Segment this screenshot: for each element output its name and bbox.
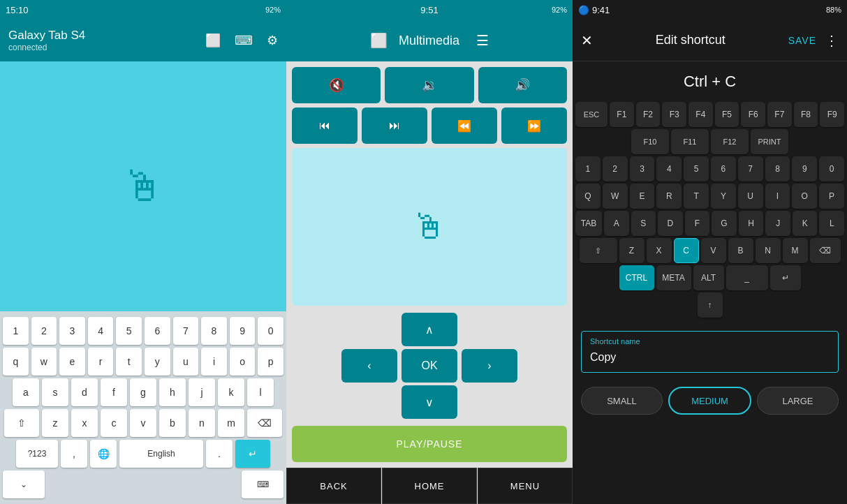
monitor-icon-mid[interactable]: ⬜: [370, 32, 388, 49]
kb-key-4[interactable]: 4: [88, 317, 114, 345]
kb-key-0[interactable]: 0: [258, 317, 283, 345]
sk-c[interactable]: C: [674, 238, 699, 263]
kb-key-5[interactable]: 5: [116, 317, 142, 345]
next-track-btn[interactable]: ⏭: [362, 108, 427, 144]
sk-9[interactable]: 9: [792, 156, 817, 181]
sk-m[interactable]: M: [783, 238, 808, 263]
sk-1[interactable]: 1: [575, 156, 601, 181]
sk-6[interactable]: 6: [711, 156, 736, 181]
dpad-ok-btn[interactable]: OK: [402, 349, 457, 383]
sk-b[interactable]: B: [728, 238, 753, 263]
monitor-icon[interactable]: ⬜: [205, 33, 221, 48]
sk-f10[interactable]: F10: [631, 129, 669, 154]
sk-f8[interactable]: F8: [794, 102, 818, 127]
playpause-btn[interactable]: PLAY/PAUSE: [292, 426, 567, 462]
kb-key-8[interactable]: 8: [201, 317, 227, 345]
sk-2[interactable]: 2: [603, 156, 628, 181]
menu-btn[interactable]: MENU: [478, 468, 573, 504]
kb-p[interactable]: p: [258, 348, 283, 376]
sk-k[interactable]: K: [793, 211, 818, 236]
size-large-btn[interactable]: LARGE: [757, 387, 839, 415]
sk-x[interactable]: X: [647, 238, 672, 263]
kb-key-1[interactable]: 1: [3, 317, 29, 345]
kb-q[interactable]: q: [3, 348, 29, 376]
sk-w[interactable]: W: [603, 184, 628, 209]
kb-s[interactable]: s: [42, 378, 68, 406]
sk-f7[interactable]: F7: [767, 102, 792, 127]
dpad-down-btn[interactable]: ∨: [402, 385, 457, 419]
sk-e[interactable]: E: [630, 184, 655, 209]
kb-b[interactable]: b: [159, 409, 186, 437]
sk-f3[interactable]: F3: [662, 102, 686, 127]
menu-icon-mid[interactable]: ☰: [476, 32, 489, 49]
kb-key-9[interactable]: 9: [230, 317, 256, 345]
sk-f9[interactable]: F9: [820, 102, 844, 127]
kb-key-7[interactable]: 7: [173, 317, 199, 345]
kb-key-6[interactable]: 6: [145, 317, 170, 345]
sk-f6[interactable]: F6: [741, 102, 765, 127]
sk-f11[interactable]: F11: [671, 129, 709, 154]
kb-r[interactable]: r: [88, 348, 114, 376]
kb-w[interactable]: w: [31, 348, 57, 376]
kb-key-2[interactable]: 2: [31, 317, 57, 345]
kb-symbols[interactable]: ?123: [16, 440, 58, 468]
settings-icon[interactable]: ⚙: [267, 33, 278, 48]
left-touchpad[interactable]: 🖱: [0, 61, 286, 311]
shortcut-name-input[interactable]: [590, 348, 830, 366]
kb-e[interactable]: e: [59, 348, 85, 376]
sk-space[interactable]: _: [726, 265, 768, 290]
vol-down-btn[interactable]: 🔉: [385, 67, 473, 103]
sk-4[interactable]: 4: [656, 156, 682, 181]
sk-ctrl[interactable]: CTRL: [619, 265, 654, 290]
keyboard-icon[interactable]: ⌨: [235, 33, 253, 48]
sk-o[interactable]: O: [792, 184, 817, 209]
touchpad-mid[interactable]: 🖱: [292, 148, 567, 306]
size-medium-btn[interactable]: MEDIUM: [668, 387, 751, 415]
kb-shift[interactable]: ⇧: [4, 409, 39, 437]
dpad-right-btn[interactable]: ›: [462, 349, 517, 383]
sk-v[interactable]: V: [701, 238, 726, 263]
kb-d[interactable]: d: [71, 378, 98, 406]
sk-s[interactable]: S: [631, 211, 656, 236]
sk-shift[interactable]: ⇧: [580, 238, 617, 263]
sk-alt[interactable]: ALT: [693, 265, 724, 290]
sk-esc[interactable]: ESC: [575, 102, 607, 127]
kb-j[interactable]: j: [189, 378, 215, 406]
sk-q[interactable]: Q: [575, 184, 601, 209]
more-options-icon[interactable]: ⋮: [825, 32, 839, 49]
kb-t[interactable]: t: [116, 348, 142, 376]
sk-meta[interactable]: META: [656, 265, 691, 290]
sk-f4[interactable]: F4: [688, 102, 713, 127]
kb-m[interactable]: m: [218, 409, 244, 437]
kb-language[interactable]: English: [119, 440, 203, 468]
sk-8[interactable]: 8: [765, 156, 790, 181]
dpad-left-btn[interactable]: ‹: [341, 349, 397, 383]
sk-p[interactable]: P: [819, 184, 844, 209]
kb-k[interactable]: k: [218, 378, 244, 406]
rewind-btn[interactable]: ⏪: [432, 108, 497, 144]
close-icon[interactable]: ✕: [581, 32, 593, 49]
sk-0[interactable]: 0: [819, 156, 844, 181]
vol-up-btn[interactable]: 🔊: [478, 67, 567, 103]
sk-7[interactable]: 7: [738, 156, 763, 181]
kb-globe[interactable]: 🌐: [90, 440, 117, 468]
vol-mute-btn[interactable]: 🔇: [292, 67, 381, 103]
kb-c[interactable]: c: [101, 409, 127, 437]
kb-period[interactable]: .: [206, 440, 233, 468]
sk-f5[interactable]: F5: [715, 102, 739, 127]
save-button[interactable]: SAVE: [788, 35, 816, 46]
kb-delete[interactable]: ⌫: [247, 409, 282, 437]
home-btn[interactable]: HOME: [382, 468, 477, 504]
sk-delete[interactable]: ⌫: [810, 238, 841, 263]
kb-z[interactable]: z: [42, 409, 68, 437]
sk-h[interactable]: H: [739, 211, 764, 236]
kb-a[interactable]: a: [13, 378, 39, 406]
kb-y[interactable]: y: [145, 348, 170, 376]
sk-arrow-up[interactable]: ↑: [698, 292, 723, 318]
sk-j[interactable]: J: [765, 211, 790, 236]
kb-f[interactable]: f: [101, 378, 127, 406]
kb-l[interactable]: l: [247, 378, 274, 406]
kb-enter[interactable]: ↵: [235, 440, 270, 468]
sk-n[interactable]: N: [756, 238, 781, 263]
sk-d[interactable]: D: [658, 211, 683, 236]
